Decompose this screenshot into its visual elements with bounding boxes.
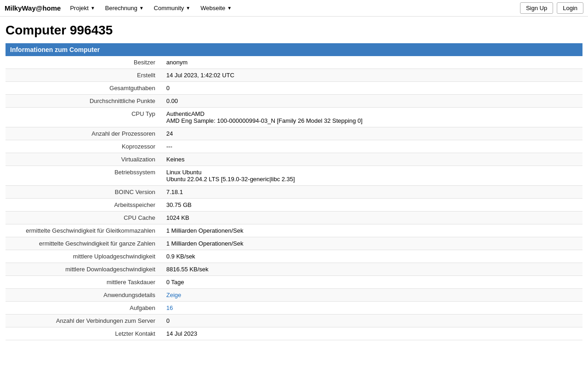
row-label: Letzter Kontakt — [6, 327, 162, 340]
page-content: Computer 996435 Informationen zum Comput… — [0, 17, 588, 349]
row-label: Anzahl der Prozessoren — [6, 127, 162, 140]
row-label: Durchschnittliche Punkte — [6, 95, 162, 108]
row-value: anonym — [162, 56, 582, 69]
table-row: CPU Cache1024 KB — [6, 212, 582, 224]
table-row: Koprozessor--- — [6, 140, 582, 153]
table-row: Durchschnittliche Punkte0.00 — [6, 95, 582, 108]
row-label: CPU Typ — [6, 108, 162, 127]
table-row: CPU TypAuthenticAMDAMD Eng Sample: 100-0… — [6, 108, 582, 127]
nav-label-community: Community — [154, 5, 184, 11]
table-row: Erstellt14 Jul 2023, 1:42:02 UTC — [6, 69, 582, 82]
row-value: 0 — [162, 315, 582, 327]
row-label: CPU Cache — [6, 212, 162, 224]
row-value: 14 Jul 2023, 1:42:02 UTC — [162, 69, 582, 82]
row-link[interactable]: Zeige — [166, 292, 181, 298]
row-value: 0.9 KB/sek — [162, 250, 582, 263]
chevron-down-icon: ▼ — [90, 6, 95, 11]
row-label: Gesamtguthaben — [6, 82, 162, 95]
signup-button[interactable]: Sign Up — [520, 2, 553, 14]
row-label: Aufgaben — [6, 302, 162, 315]
row-label: Anzahl der Verbindungen zum Server — [6, 315, 162, 327]
nav-item-projekt[interactable]: Projekt ▼ — [65, 0, 99, 17]
table-row: BOINC Version7.18.1 — [6, 186, 582, 199]
table-row: ermittelte Geschwindigkeit für Gleitkomm… — [6, 224, 582, 237]
table-row: mittlere Uploadgeschwindigkeit0.9 KB/sek — [6, 250, 582, 263]
row-value: 0.00 — [162, 95, 582, 108]
table-row: ermittelte Geschwindigkeit für ganze Zah… — [6, 237, 582, 250]
row-label: Koprozessor — [6, 140, 162, 153]
row-label: Arbeitsspeicher — [6, 199, 162, 212]
row-value: Keines — [162, 153, 582, 166]
row-value: 1024 KB — [162, 212, 582, 224]
page-title: Computer 996435 — [6, 23, 582, 38]
section-header: Informationen zum Computer — [6, 43, 582, 56]
chevron-down-icon: ▼ — [139, 6, 144, 11]
table-row: BetriebssystemLinux UbuntuUbuntu 22.04.2… — [6, 166, 582, 186]
table-row: Gesamtguthaben0 — [6, 82, 582, 95]
nav-item-berechnung[interactable]: Berechnung ▼ — [101, 0, 148, 17]
table-row: Besitzeranonym — [6, 56, 582, 69]
row-label: Anwendungsdetails — [6, 289, 162, 302]
row-label: Besitzer — [6, 56, 162, 69]
nav-label-berechnung: Berechnung — [105, 5, 137, 11]
row-value: 30.75 GB — [162, 199, 582, 212]
nav-item-webseite[interactable]: Webseite ▼ — [196, 0, 237, 17]
table-row: VirtualizationKeines — [6, 153, 582, 166]
table-row: Anzahl der Verbindungen zum Server0 — [6, 315, 582, 327]
row-value: 1 Milliarden Operationen/Sek — [162, 237, 582, 250]
table-row: mittlere Taskdauer0 Tage — [6, 276, 582, 289]
table-row: mittlere Downloadgeschwindigkeit8816.55 … — [6, 263, 582, 276]
info-table: BesitzeranonymErstellt14 Jul 2023, 1:42:… — [6, 56, 582, 340]
row-value: 8816.55 KB/sek — [162, 263, 582, 276]
row-value: --- — [162, 140, 582, 153]
row-label: mittlere Uploadgeschwindigkeit — [6, 250, 162, 263]
chevron-down-icon: ▼ — [227, 6, 232, 11]
row-label: Virtualization — [6, 153, 162, 166]
login-button[interactable]: Login — [557, 2, 583, 14]
table-row: Letzter Kontakt14 Jul 2023 — [6, 327, 582, 340]
row-value: 14 Jul 2023 — [162, 327, 582, 340]
row-value: 0 Tage — [162, 276, 582, 289]
table-row: Aufgaben16 — [6, 302, 582, 315]
nav-label-projekt: Projekt — [70, 5, 88, 11]
row-value: AuthenticAMDAMD Eng Sample: 100-00000099… — [162, 108, 582, 127]
row-label: Betriebssystem — [6, 166, 162, 186]
row-value[interactable]: Zeige — [162, 289, 582, 302]
brand-link[interactable]: MilkyWay@home — [5, 4, 61, 12]
row-label: mittlere Downloadgeschwindigkeit — [6, 263, 162, 276]
row-label: ermittelte Geschwindigkeit für Gleitkomm… — [6, 224, 162, 237]
row-label: ermittelte Geschwindigkeit für ganze Zah… — [6, 237, 162, 250]
navbar-right: Sign Up Login — [520, 2, 583, 14]
table-row: Arbeitsspeicher30.75 GB — [6, 199, 582, 212]
navbar: MilkyWay@home Projekt ▼ Berechnung ▼ Com… — [0, 0, 588, 17]
chevron-down-icon: ▼ — [186, 6, 191, 11]
nav-item-community[interactable]: Community ▼ — [149, 0, 195, 17]
row-value[interactable]: 16 — [162, 302, 582, 315]
nav-label-webseite: Webseite — [201, 5, 226, 11]
row-link[interactable]: 16 — [166, 304, 173, 311]
navbar-left: MilkyWay@home Projekt ▼ Berechnung ▼ Com… — [5, 0, 236, 17]
row-value: 24 — [162, 127, 582, 140]
table-row: AnwendungsdetailsZeige — [6, 289, 582, 302]
row-value: 7.18.1 — [162, 186, 582, 199]
row-value: 0 — [162, 82, 582, 95]
row-label: mittlere Taskdauer — [6, 276, 162, 289]
row-value: 1 Milliarden Operationen/Sek — [162, 224, 582, 237]
row-label: Erstellt — [6, 69, 162, 82]
row-value: Linux UbuntuUbuntu 22.04.2 LTS [5.19.0-3… — [162, 166, 582, 186]
row-label: BOINC Version — [6, 186, 162, 199]
table-row: Anzahl der Prozessoren24 — [6, 127, 582, 140]
